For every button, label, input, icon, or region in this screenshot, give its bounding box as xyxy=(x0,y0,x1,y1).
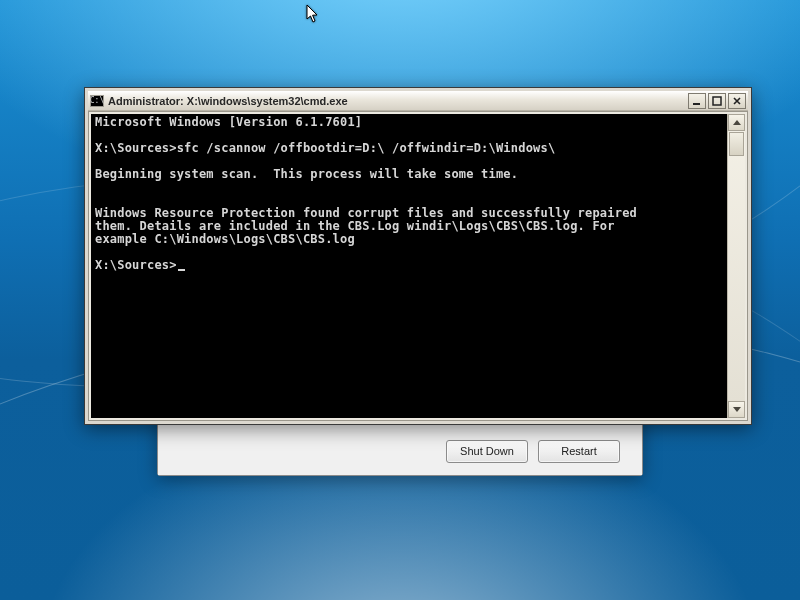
scroll-thumb[interactable] xyxy=(729,132,744,156)
vertical-scrollbar[interactable] xyxy=(727,114,745,418)
mouse-cursor xyxy=(306,4,322,26)
maximize-button[interactable] xyxy=(708,93,726,109)
titlebar[interactable]: C:\ Administrator: X:\windows\system32\c… xyxy=(88,91,748,111)
scroll-down-button[interactable] xyxy=(728,401,745,418)
shutdown-button[interactable]: Shut Down xyxy=(446,440,528,463)
recovery-footer: Shut Down Restart xyxy=(158,427,642,475)
cmd-icon: C:\ xyxy=(90,95,104,107)
close-button[interactable] xyxy=(728,93,746,109)
cmd-window[interactable]: C:\ Administrator: X:\windows\system32\c… xyxy=(84,87,752,425)
console-output[interactable]: Microsoft Windows [Version 6.1.7601] X:\… xyxy=(91,114,727,418)
svg-rect-1 xyxy=(713,97,721,105)
window-title: Administrator: X:\windows\system32\cmd.e… xyxy=(108,95,684,107)
scroll-up-button[interactable] xyxy=(728,114,745,131)
svg-rect-0 xyxy=(693,103,700,105)
minimize-button[interactable] xyxy=(688,93,706,109)
restart-button[interactable]: Restart xyxy=(538,440,620,463)
